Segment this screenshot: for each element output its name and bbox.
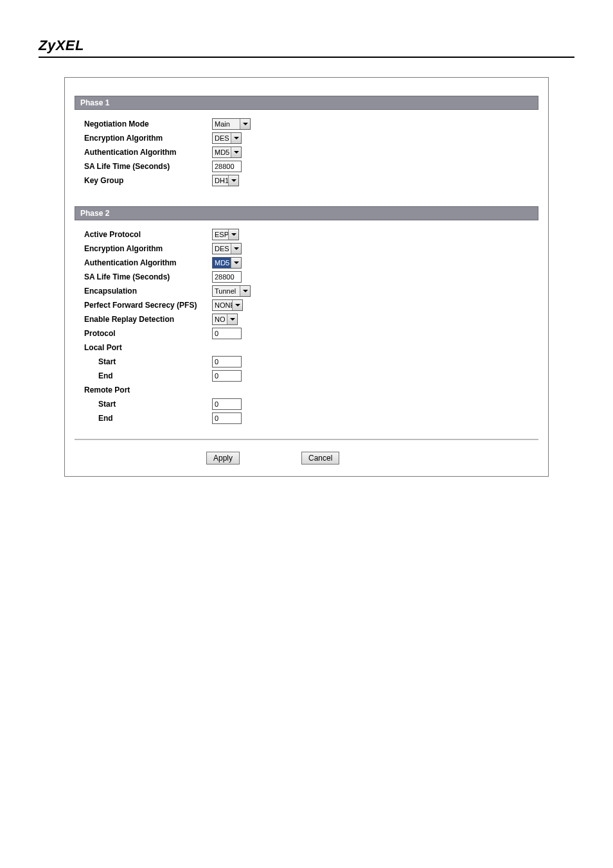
row-encapsulation: Encapsulation Tunnel xyxy=(80,285,533,297)
phase2-header: Phase 2 xyxy=(75,206,538,220)
select-replay-value: NO xyxy=(213,314,227,324)
brand-logo: ZyXEL xyxy=(39,37,84,53)
cancel-button[interactable]: Cancel xyxy=(301,452,339,465)
label-encapsulation: Encapsulation xyxy=(80,287,212,296)
row-local-port: Local Port xyxy=(80,341,533,354)
select-negotiation-mode[interactable]: Main xyxy=(212,118,251,130)
config-panel: Phase 1 Negotiation Mode Main Encryption… xyxy=(64,77,549,477)
input-remote-end[interactable]: 0 xyxy=(212,412,242,424)
label-local-port: Local Port xyxy=(80,343,212,352)
input-p1-salife[interactable]: 28800 xyxy=(212,161,242,172)
label-p2-salife: SA Life Time (Seconds) xyxy=(80,272,212,281)
row-negotiation-mode: Negotiation Mode Main xyxy=(80,118,533,130)
phase1-header: Phase 1 xyxy=(75,96,538,110)
label-remote-start: Start xyxy=(80,400,212,409)
chevron-down-icon xyxy=(231,258,241,268)
input-remote-start[interactable]: 0 xyxy=(212,398,242,410)
input-local-end[interactable]: 0 xyxy=(212,370,242,382)
label-active-protocol: Active Protocol xyxy=(80,230,212,239)
chevron-down-icon xyxy=(231,244,241,254)
select-encapsulation-value: Tunnel xyxy=(213,286,240,296)
row-remote-port: Remote Port xyxy=(80,384,533,396)
select-replay[interactable]: NO xyxy=(212,314,238,325)
label-local-start: Start xyxy=(80,357,212,366)
row-p1-encryption: Encryption Algorithm DES xyxy=(80,132,533,145)
label-p2-encryption: Encryption Algorithm xyxy=(80,244,212,253)
row-p1-keygroup: Key Group DH1 xyxy=(80,174,533,187)
label-p1-keygroup: Key Group xyxy=(80,176,212,185)
select-p1-encryption-value: DES xyxy=(213,133,231,143)
phase1-body: Negotiation Mode Main Encryption Algorit… xyxy=(65,110,548,195)
label-local-end: End xyxy=(80,371,212,380)
label-protocol: Protocol xyxy=(80,329,212,338)
select-p1-keygroup-value: DH1 xyxy=(213,175,228,186)
input-local-start[interactable]: 0 xyxy=(212,356,242,368)
row-pfs: Perfect Forward Secrecy (PFS) NONE xyxy=(80,299,533,312)
select-negotiation-mode-value: Main xyxy=(213,119,240,129)
select-p2-encryption[interactable]: DES xyxy=(212,243,242,254)
select-p2-auth[interactable]: MD5 xyxy=(212,257,242,269)
label-p2-auth: Authentication Algorithm xyxy=(80,258,212,267)
label-remote-port: Remote Port xyxy=(80,385,212,394)
row-active-protocol: Active Protocol ESP xyxy=(80,228,533,241)
input-protocol[interactable]: 0 xyxy=(212,328,242,339)
select-pfs-value: NONE xyxy=(213,300,232,310)
row-p1-auth: Authentication Algorithm MD5 xyxy=(80,146,533,159)
phase2-body: Active Protocol ESP Encryption Algorithm… xyxy=(65,220,548,432)
row-p2-salife: SA Life Time (Seconds) 28800 xyxy=(80,270,533,283)
row-local-end: End 0 xyxy=(80,369,533,382)
chevron-down-icon xyxy=(227,314,237,324)
input-p2-salife[interactable]: 28800 xyxy=(212,271,242,283)
select-p2-auth-value: MD5 xyxy=(213,258,231,268)
row-protocol: Protocol 0 xyxy=(80,327,533,340)
select-p1-auth[interactable]: MD5 xyxy=(212,146,242,158)
header-bar: ZyXEL xyxy=(39,37,574,58)
select-p2-encryption-value: DES xyxy=(213,244,231,254)
label-negotiation-mode: Negotiation Mode xyxy=(80,120,212,128)
label-pfs: Perfect Forward Secrecy (PFS) xyxy=(80,301,212,310)
button-row: Apply Cancel xyxy=(65,440,548,467)
select-p1-keygroup[interactable]: DH1 xyxy=(212,175,239,186)
label-p1-encryption: Encryption Algorithm xyxy=(80,134,212,143)
select-p1-encryption[interactable]: DES xyxy=(212,132,242,144)
chevron-down-icon xyxy=(231,147,241,157)
chevron-down-icon xyxy=(228,229,238,240)
label-replay: Enable Replay Detection xyxy=(80,315,212,324)
label-p1-salife: SA Life Time (Seconds) xyxy=(80,162,212,171)
row-p1-salife: SA Life Time (Seconds) 28800 xyxy=(80,160,533,173)
chevron-down-icon xyxy=(228,175,238,186)
row-p2-auth: Authentication Algorithm MD5 xyxy=(80,256,533,269)
select-p1-auth-value: MD5 xyxy=(213,147,231,157)
select-encapsulation[interactable]: Tunnel xyxy=(212,285,251,297)
row-remote-end: End 0 xyxy=(80,412,533,425)
row-local-start: Start 0 xyxy=(80,355,533,368)
row-replay: Enable Replay Detection NO xyxy=(80,313,533,326)
apply-button[interactable]: Apply xyxy=(206,452,240,465)
chevron-down-icon xyxy=(231,133,241,143)
chevron-down-icon xyxy=(232,300,242,310)
row-remote-start: Start 0 xyxy=(80,398,533,411)
chevron-down-icon xyxy=(240,286,250,296)
row-p2-encryption: Encryption Algorithm DES xyxy=(80,242,533,255)
label-p1-auth: Authentication Algorithm xyxy=(80,148,212,157)
select-active-protocol-value: ESP xyxy=(213,229,228,240)
select-pfs[interactable]: NONE xyxy=(212,299,243,311)
select-active-protocol[interactable]: ESP xyxy=(212,229,239,240)
chevron-down-icon xyxy=(240,119,250,129)
label-remote-end: End xyxy=(80,414,212,423)
